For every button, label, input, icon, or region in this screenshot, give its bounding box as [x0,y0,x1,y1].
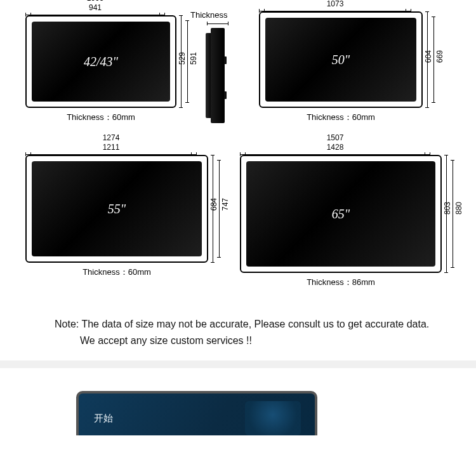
side-profile: Thickness [202,28,234,123]
height-dimension: 684 747 [211,155,230,263]
width-dimension: 1136 1073 [259,0,411,13]
screen-55: 1274 1211 684 747 55" Thickness：60mm [25,155,208,288]
screen-42-43: 1003 941 529 591 42/43" Thickness：60mm [25,15,176,123]
thickness-caption: Thickness：60mm [25,267,208,278]
row-1: 1003 941 529 591 42/43" Thickness：60mm T… [25,11,451,123]
clock-widget-icon [245,401,301,435]
device-screen-text: 开始 [94,413,113,425]
width-dimension: 1507 1428 [240,133,430,156]
height-dimension: 529 591 [179,15,198,108]
screen-label: 65" [332,207,350,221]
screen-65: 1507 1428 803 880 65" Thickness：86mm [240,155,442,288]
height-dimension: 604 669 [425,11,444,108]
width-dimension: 1003 941 [25,0,165,17]
thickness-caption: Thickness：60mm [259,112,423,123]
screen-50: 1136 1073 604 669 50" Thickness：60mm [259,11,423,123]
thickness-title: Thickness [190,10,228,20]
thickness-caption: Thickness：86mm [240,277,442,288]
screen-label: 50" [332,53,350,67]
footnote: Note: The data of size may not be accura… [25,316,451,349]
row-2: 1274 1211 684 747 55" Thickness：60mm [25,155,451,288]
thickness-caption: Thickness：60mm [25,112,176,123]
height-dimension: 803 880 [444,155,463,273]
screen-label: 42/43" [84,55,118,69]
width-dimension: 1274 1211 [25,133,197,156]
section-divider [0,360,476,368]
spec-diagram-section: 1003 941 529 591 42/43" Thickness：60mm T… [0,0,476,355]
cropped-device-preview: 开始 [0,391,476,435]
screen-label: 55" [108,202,126,216]
